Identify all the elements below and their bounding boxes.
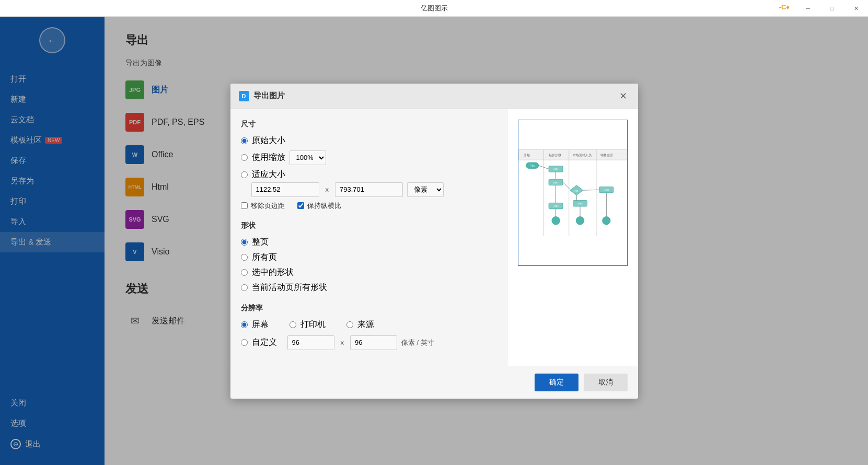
- modal-footer: 确定 取消: [230, 366, 638, 399]
- app-title: 亿图图示: [421, 4, 448, 13]
- modal-left-panel: 尺寸 原始大小 使用缩放 100%: [230, 109, 507, 366]
- remove-margin-checkbox[interactable]: [241, 202, 248, 209]
- confirm-button[interactable]: 确定: [535, 374, 578, 391]
- minimize-button[interactable]: ─: [796, 0, 820, 17]
- modal-body: 尺寸 原始大小 使用缩放 100%: [230, 109, 638, 366]
- flowchart-svg: 开始 起步步骤 市场营销人员 销售主管 开始 步骤1 步骤2: [518, 148, 627, 237]
- modal-header: D 导出图片 ✕: [230, 84, 638, 109]
- width-input[interactable]: [251, 182, 319, 197]
- resolution-custom-option[interactable]: 自定义: [241, 337, 277, 348]
- shape-section: 形状 整页 所有页 选中的形状: [241, 221, 496, 293]
- keep-ratio-checkbox[interactable]: [297, 202, 304, 209]
- shape-whole-radio[interactable]: [241, 239, 248, 246]
- modal-title: D 导出图片: [239, 91, 285, 101]
- size-fit-radio[interactable]: [241, 171, 248, 178]
- size-fit-option[interactable]: 适应大小: [241, 169, 496, 180]
- size-section-title: 尺寸: [241, 120, 496, 129]
- height-input[interactable]: [335, 182, 403, 197]
- svg-text:起步步骤: 起步步骤: [549, 154, 561, 157]
- size-checkboxes: 移除页边距 保持纵横比: [241, 201, 496, 211]
- resolution-radios: 屏幕 打印机 来源: [241, 319, 496, 330]
- shape-currentactive-radio[interactable]: [241, 284, 248, 291]
- resolution-source-option[interactable]: 来源: [346, 319, 374, 330]
- svg-text:判断: 判断: [574, 190, 578, 192]
- resolution-print-radio[interactable]: [290, 321, 296, 328]
- size-separator: x: [326, 185, 329, 193]
- svg-text:开始: 开始: [523, 154, 529, 157]
- shape-selected-option[interactable]: 选中的形状: [241, 267, 496, 278]
- svg-text:市场营销人员: 市场营销人员: [573, 153, 592, 157]
- svg-text:步骤4: 步骤4: [577, 202, 583, 205]
- scale-select[interactable]: 100%: [290, 150, 326, 165]
- svg-text:步骤3: 步骤3: [604, 189, 609, 191]
- svg-point-24: [602, 216, 610, 224]
- svg-point-23: [576, 216, 584, 224]
- resolution-section-title: 分辨率: [241, 304, 496, 313]
- resolution-custom-radio[interactable]: [241, 339, 248, 346]
- shape-currentactive-option[interactable]: 当前活动页所有形状: [241, 282, 496, 293]
- resolution-y-input[interactable]: [350, 335, 397, 350]
- resolution-print-option[interactable]: 打印机: [290, 319, 326, 330]
- resolution-unit: 像素 / 英寸: [401, 338, 434, 347]
- cancel-button[interactable]: 取消: [584, 374, 628, 391]
- resolution-separator: x: [341, 339, 344, 346]
- modal-right-panel: 开始 起步步骤 市场营销人员 销售主管 开始 步骤1 步骤2: [507, 109, 638, 366]
- resolution-source-radio[interactable]: [346, 321, 353, 328]
- resolution-screen-option[interactable]: 屏幕: [241, 319, 269, 330]
- svg-text:销售主管: 销售主管: [599, 153, 612, 157]
- export-image-modal: D 导出图片 ✕ 尺寸 原始大小: [230, 84, 638, 399]
- size-scale-option[interactable]: 使用缩放: [241, 152, 285, 163]
- brand-icon: -C♦: [779, 3, 790, 11]
- size-original-radio[interactable]: [241, 137, 248, 144]
- shape-allpages-radio[interactable]: [241, 254, 248, 261]
- titlebar-controls: ─ □ ✕: [796, 0, 868, 17]
- shape-selected-radio[interactable]: [241, 269, 248, 276]
- size-original-option[interactable]: 原始大小: [241, 135, 496, 146]
- titlebar: 亿图图示 -C♦ ─ □ ✕: [0, 0, 868, 17]
- shape-section-title: 形状: [241, 221, 496, 230]
- size-radio-group: 原始大小 使用缩放 100%: [241, 135, 496, 211]
- resolution-screen-radio[interactable]: [241, 321, 248, 328]
- size-section: 尺寸 原始大小 使用缩放 100%: [241, 120, 496, 211]
- modal-close-button[interactable]: ✕: [617, 90, 630, 102]
- resolution-x-input[interactable]: [287, 335, 334, 350]
- maximize-button[interactable]: □: [820, 0, 844, 17]
- svg-point-22: [551, 216, 559, 224]
- modal-title-icon: D: [239, 91, 249, 101]
- svg-text:步骤1: 步骤1: [553, 168, 559, 170]
- modal-overlay: D 导出图片 ✕ 尺寸 原始大小: [0, 17, 868, 465]
- resolution-section: 分辨率 屏幕 打印机 来源: [241, 304, 496, 350]
- keep-ratio-label[interactable]: 保持纵横比: [297, 201, 341, 211]
- size-fit-inputs: x 像素: [241, 182, 496, 197]
- close-button[interactable]: ✕: [844, 0, 868, 17]
- size-scale-radio[interactable]: [241, 154, 248, 161]
- svg-text:步骤2: 步骤2: [553, 181, 559, 183]
- shape-radio-group: 整页 所有页 选中的形状 当前活动页所有形状: [241, 237, 496, 293]
- unit-select[interactable]: 像素: [407, 182, 444, 197]
- shape-allpages-option[interactable]: 所有页: [241, 252, 496, 263]
- resolution-custom-row: 自定义 x 像素 / 英寸: [241, 335, 496, 350]
- preview-image: 开始 起步步骤 市场营销人员 销售主管 开始 步骤1 步骤2: [518, 120, 628, 266]
- svg-text:开始: 开始: [529, 164, 535, 167]
- remove-margin-label[interactable]: 移除页边距: [241, 201, 285, 211]
- svg-text:步骤5: 步骤5: [553, 205, 559, 207]
- shape-whole-option[interactable]: 整页: [241, 237, 496, 248]
